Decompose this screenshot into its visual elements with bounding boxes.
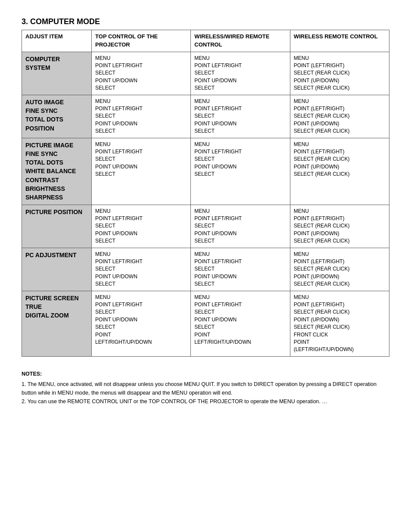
note-item-1: 2. You can use the REMOTE CONTROL UNIT o… xyxy=(22,397,389,406)
ctrl-cell-0-2: MENUPOINT (LEFT/RIGHT)SELECT (REAR CLICK… xyxy=(290,52,389,95)
table-row: PC ADJUSTMENTMENUPOINT LEFT/RIGHTSELECTP… xyxy=(22,248,389,291)
computer-mode-table: ADJUST ITEMTOP CONTROL OF THE PROJECTORW… xyxy=(22,30,389,357)
ctrl-cell-5-0: MENUPOINT LEFT/RIGHTSELECTPOINT UP/DOWNS… xyxy=(92,291,191,356)
ctrl-cell-1-2: MENUPOINT (LEFT/RIGHT)SELECT (REAR CLICK… xyxy=(290,95,389,138)
ctrl-cell-5-2: MENUPOINT (LEFT/RIGHT)SELECT (REAR CLICK… xyxy=(290,291,389,356)
table-row: PICTURE SCREENTRUEDIGITAL ZOOMMENUPOINT … xyxy=(22,291,389,356)
item-cell-1: AUTO IMAGEFINE SYNCTOTAL DOTSPOSITION xyxy=(22,95,92,138)
ctrl-cell-0-0: MENUPOINT LEFT/RIGHTSELECTPOINT UP/DOWNS… xyxy=(92,52,191,95)
item-cell-0: COMPUTERSYSTEM xyxy=(22,52,92,95)
table-header-row: ADJUST ITEMTOP CONTROL OF THE PROJECTORW… xyxy=(22,30,389,52)
notes-title: NOTES: xyxy=(22,370,389,378)
ctrl-cell-1-0: MENUPOINT LEFT/RIGHTSELECTPOINT UP/DOWNS… xyxy=(92,95,191,138)
item-cell-3: PICTURE POSITION xyxy=(22,205,92,248)
ctrl-cell-4-0: MENUPOINT LEFT/RIGHTSELECTPOINT UP/DOWNS… xyxy=(92,248,191,291)
ctrl-cell-0-1: MENUPOINT LEFT/RIGHTSELECTPOINT UP/DOWNS… xyxy=(191,52,290,95)
table-header-col-2: WIRELESS/WIRED REMOTE CONTROL xyxy=(191,30,290,52)
table-header-col-1: TOP CONTROL OF THE PROJECTOR xyxy=(92,30,191,52)
ctrl-cell-4-1: MENUPOINT LEFT/RIGHTSELECTPOINT UP/DOWNS… xyxy=(191,248,290,291)
item-cell-2: PICTURE IMAGEFINE SYNCTOTAL DOTSWHITE BA… xyxy=(22,138,92,205)
ctrl-cell-3-1: MENUPOINT LEFT/RIGHTSELECTPOINT UP/DOWNS… xyxy=(191,205,290,248)
ctrl-cell-2-0: MENUPOINT LEFT/RIGHTSELECTPOINT UP/DOWNS… xyxy=(92,138,191,205)
page-title: 3. COMPUTER MODE xyxy=(22,17,389,26)
ctrl-cell-2-2: MENUPOINT (LEFT/RIGHT)SELECT (REAR CLICK… xyxy=(290,138,389,205)
ctrl-cell-4-2: MENUPOINT (LEFT/RIGHT)SELECT (REAR CLICK… xyxy=(290,248,389,291)
notes-section: NOTES: 1. The MENU, once activated, will… xyxy=(22,370,389,406)
table-header-col-3: WIRELESS REMOTE CONTROL xyxy=(290,30,389,52)
item-cell-4: PC ADJUSTMENT xyxy=(22,248,92,291)
item-cell-5: PICTURE SCREENTRUEDIGITAL ZOOM xyxy=(22,291,92,356)
table-row: PICTURE POSITIONMENUPOINT LEFT/RIGHTSELE… xyxy=(22,205,389,248)
ctrl-cell-1-1: MENUPOINT LEFT/RIGHTSELECTPOINT UP/DOWNS… xyxy=(191,95,290,138)
ctrl-cell-2-1: MENUPOINT LEFT/RIGHTSELECTPOINT UP/DOWNS… xyxy=(191,138,290,205)
table-row: AUTO IMAGEFINE SYNCTOTAL DOTSPOSITIONMEN… xyxy=(22,95,389,138)
table-header-col-0: ADJUST ITEM xyxy=(22,30,92,52)
table-row: COMPUTERSYSTEMMENUPOINT LEFT/RIGHTSELECT… xyxy=(22,52,389,95)
ctrl-cell-3-0: MENUPOINT LEFT/RIGHTSELECTPOINT UP/DOWNS… xyxy=(92,205,191,248)
ctrl-cell-5-1: MENUPOINT LEFT/RIGHTSELECTPOINT UP/DOWNS… xyxy=(191,291,290,356)
note-item-0: 1. The MENU, once activated, will not di… xyxy=(22,380,389,397)
ctrl-cell-3-2: MENUPOINT (LEFT/RIGHT)SELECT (REAR CLICK… xyxy=(290,205,389,248)
table-row: PICTURE IMAGEFINE SYNCTOTAL DOTSWHITE BA… xyxy=(22,138,389,205)
